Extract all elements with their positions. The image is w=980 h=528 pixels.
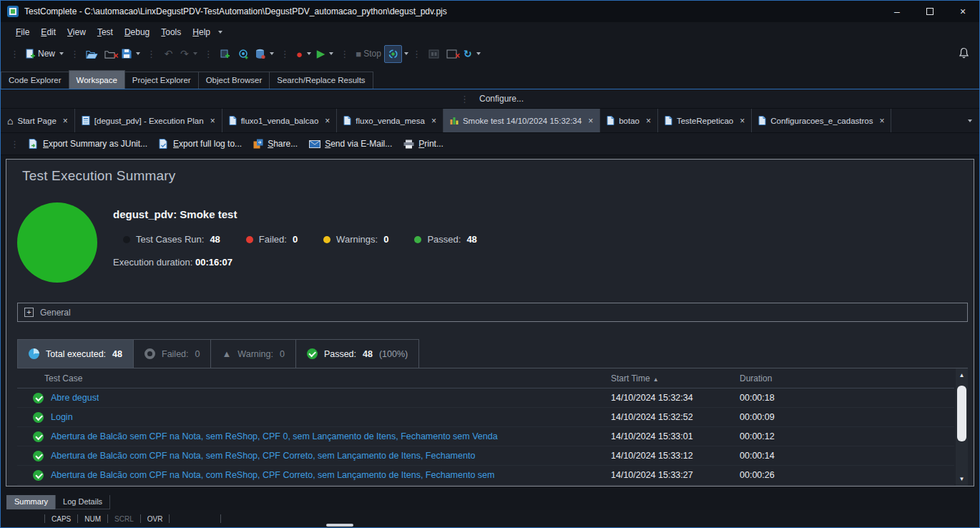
tab-label: [degust_pdv] - Execution Plan	[94, 117, 204, 125]
close-icon[interactable]: ×	[63, 116, 68, 126]
close-icon[interactable]: ×	[431, 116, 436, 126]
tab-execution-plan[interactable]: [degust_pdv] - Execution Plan ×	[75, 109, 222, 132]
chevron-down-icon[interactable]	[476, 52, 481, 55]
test-case-link[interactable]: Abertura de Balcão com CPF na Nota, sem …	[51, 451, 475, 461]
tab-code-explorer[interactable]: Code Explorer	[1, 72, 69, 89]
redo-button[interactable]: ↷	[177, 45, 200, 63]
menu-file[interactable]: File	[10, 24, 35, 40]
toolbar-grip[interactable]: ⋮	[340, 49, 349, 59]
test-case-link[interactable]: Abertura de Balcão sem CPF na Nota, sem …	[51, 431, 498, 441]
menu-test[interactable]: Test	[92, 24, 119, 40]
close-icon[interactable]: ×	[588, 116, 593, 126]
save-all-button[interactable]	[119, 45, 143, 63]
tab-project-explorer[interactable]: Project Explorer	[124, 72, 199, 89]
menu-tools[interactable]: Tools	[155, 24, 187, 40]
chevron-down-icon[interactable]	[404, 52, 408, 55]
chevron-down-icon[interactable]	[307, 52, 311, 55]
minimize-button[interactable]: –	[881, 1, 913, 22]
filter-tab-warning[interactable]: ▲ Warning:0	[210, 339, 295, 368]
test-case-link[interactable]: Abertura de Balcão com CPF na Nota, com …	[51, 470, 494, 480]
column-duration[interactable]: Duration	[740, 373, 954, 383]
toolbar-grip[interactable]: ⋮	[204, 49, 213, 59]
tab-start-page[interactable]: ⌂ Start Page ×	[1, 109, 75, 132]
chevron-down-icon[interactable]	[59, 52, 64, 55]
undo-button[interactable]: ↶	[160, 45, 177, 63]
pause-button[interactable]	[425, 45, 443, 63]
maximize-button[interactable]	[913, 1, 946, 22]
column-test-case[interactable]: Test Case	[17, 373, 611, 383]
data-stores-button[interactable]	[253, 45, 277, 63]
chevron-down-icon[interactable]	[329, 52, 333, 55]
new-button[interactable]: New	[23, 45, 67, 63]
filter-tab-total-executed[interactable]: Total executed:48	[17, 339, 134, 368]
redo-icon: ↷	[180, 49, 189, 59]
filter-tab-passed[interactable]: Passed:48 (100%)	[295, 339, 419, 368]
scroll-down-icon[interactable]: ▼	[956, 472, 968, 486]
tab-botao[interactable]: botao ×	[600, 109, 658, 132]
close-icon[interactable]: ×	[879, 116, 884, 126]
toolbar-grip[interactable]: ⋮	[70, 49, 79, 59]
vertical-scrollbar[interactable]: ▲ ▼	[956, 368, 968, 486]
tab-log-details[interactable]: Log Details	[55, 495, 110, 509]
export-junit-button[interactable]: Export Summary as JUnit...	[23, 137, 153, 151]
table-row[interactable]: Abertura de Balcão com CPF na Nota, com …	[17, 466, 954, 485]
table-row[interactable]: Abre degust 14/10/2024 15:32:34 00:00:18	[17, 388, 954, 408]
menu-view[interactable]: View	[62, 24, 92, 40]
table-row[interactable]: Abertura de Balcão sem CPF na Nota, sem …	[17, 427, 954, 446]
print-button[interactable]: Print...	[398, 137, 449, 151]
test-case-link[interactable]: Login	[51, 412, 73, 422]
filter-tab-failed[interactable]: Failed:0	[133, 339, 211, 368]
tab-fluxo1-venda-balcao[interactable]: fluxo1_venda_balcao ×	[222, 109, 338, 132]
stop-button[interactable]: ■Stop	[353, 45, 384, 63]
chevron-down-icon[interactable]	[193, 52, 197, 55]
table-row[interactable]: Login 14/10/2024 15:32:52 00:00:09	[17, 408, 954, 427]
menu-help[interactable]: Help	[187, 24, 216, 40]
send-email-button[interactable]: Send via E-Mail...	[303, 137, 398, 151]
close-icon[interactable]: ×	[740, 116, 745, 126]
tab-object-browser[interactable]: Object Browser	[198, 72, 270, 89]
menu-debug[interactable]: Debug	[119, 24, 155, 40]
configure-button[interactable]: Configure...	[479, 94, 524, 104]
delete-log-button[interactable]: ×	[443, 45, 461, 63]
record-button[interactable]: ●	[293, 45, 314, 63]
tab-configuracoes-e-cadastros[interactable]: Configuracoes_e_cadastros ×	[752, 109, 891, 132]
run-button[interactable]: ▶	[314, 45, 337, 63]
chevron-down-icon[interactable]	[218, 31, 222, 34]
toolbar-grip[interactable]: ⋮	[280, 49, 290, 59]
run-mode-button[interactable]	[384, 45, 402, 63]
menu-edit[interactable]: Edit	[35, 24, 62, 40]
close-icon[interactable]: ×	[646, 116, 651, 126]
toolbar-grip[interactable]: ⋮	[10, 139, 19, 150]
close-file-button[interactable]: ×	[101, 45, 119, 63]
toolbar-grip[interactable]: ⋮	[147, 49, 156, 59]
expand-icon[interactable]: +	[24, 308, 34, 317]
notifications-button[interactable]	[959, 47, 974, 61]
tab-list-chevron-icon[interactable]	[968, 119, 972, 122]
column-start-time[interactable]: Start Time▲	[611, 373, 740, 383]
tab-search-replace-results[interactable]: Search/Replace Results	[269, 72, 373, 89]
tab-smoke-test-log[interactable]: Smoke test 14/10/2024 15:32:34 ×	[444, 109, 600, 132]
tab-summary[interactable]: Summary	[6, 495, 56, 509]
table-row[interactable]: Abertura de Balcão com CPF na Nota, sem …	[17, 446, 954, 466]
tab-workspace[interactable]: Workspace	[69, 70, 125, 89]
share-button[interactable]: Share...	[248, 137, 303, 151]
general-section-header[interactable]: + General	[17, 303, 968, 322]
tab-testerepeticao[interactable]: TesteRepeticao ×	[658, 109, 752, 132]
rerun-button[interactable]: ↻	[461, 45, 484, 63]
toolbar-grip[interactable]: ⋮	[460, 94, 469, 104]
checkpoint-button[interactable]	[235, 45, 253, 63]
chevron-down-icon[interactable]	[136, 52, 140, 55]
close-icon[interactable]: ×	[210, 116, 215, 126]
toolbar-grip[interactable]: ⋮	[10, 49, 19, 59]
tab-fluxo-venda-mesa[interactable]: fluxo_venda_mesa ×	[337, 109, 444, 132]
test-case-link[interactable]: Abre degust	[51, 393, 99, 403]
toolbar-grip[interactable]: ⋮	[412, 49, 421, 59]
chevron-down-icon[interactable]	[270, 52, 274, 55]
add-item-button[interactable]	[217, 45, 235, 63]
close-button[interactable]: ×	[946, 1, 979, 22]
scrollbar-thumb[interactable]	[957, 386, 966, 441]
close-icon[interactable]: ×	[325, 116, 330, 126]
scroll-up-icon[interactable]: ▲	[956, 368, 968, 382]
export-log-button[interactable]: Export full log to...	[153, 137, 248, 151]
open-button[interactable]	[83, 45, 101, 63]
